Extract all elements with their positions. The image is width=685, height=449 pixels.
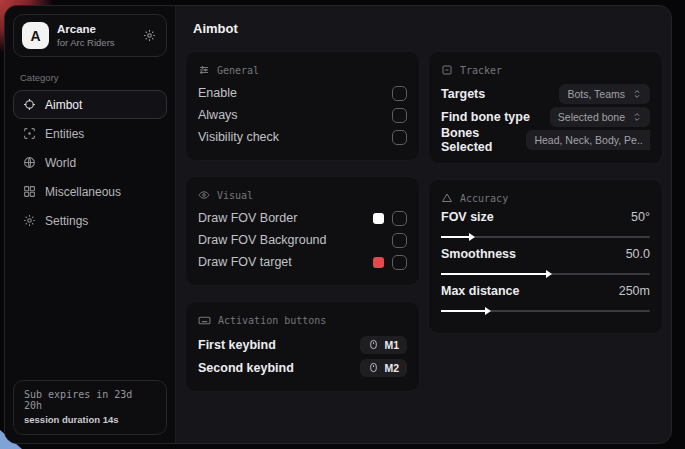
setting-label: Visibility check (198, 130, 279, 144)
brand-subtitle: for Arc Riders (57, 37, 115, 49)
page-title: Aimbot (193, 21, 663, 36)
panel-visual: Visual Draw FOV Border Draw FOV Backgrou… (185, 176, 420, 286)
setting-label: Always (198, 108, 238, 122)
slider-label: FOV size (441, 210, 494, 224)
bones-selected-select[interactable]: Head, Neck, Body, Pe.. (526, 130, 650, 150)
setting-label: Targets (441, 87, 485, 101)
first-keybind-button[interactable]: M1 (360, 336, 407, 354)
setting-row-second-keybind: Second keybind M2 (198, 356, 407, 379)
max-distance-slider[interactable] (441, 310, 650, 312)
second-keybind-button[interactable]: M2 (360, 359, 407, 377)
slider-group-smoothness: Smoothness 50.0 (441, 247, 650, 275)
brand-title: Arcane (57, 22, 115, 36)
sidebar-item-aimbot[interactable]: Aimbot (13, 90, 167, 119)
sidebar-item-label: Entities (45, 127, 84, 141)
mouse-icon (368, 339, 379, 350)
mouse-icon (368, 362, 379, 373)
sidebar-item-settings[interactable]: Settings (13, 206, 167, 235)
setting-label: Draw FOV Background (198, 233, 327, 247)
setting-label: Draw FOV target (198, 255, 292, 269)
setting-row-bones-selected: Bones Selected Head, Neck, Body, Pe.. (441, 128, 650, 151)
brand-logo: A (22, 22, 49, 49)
keyboard-icon (198, 314, 211, 327)
gear-icon (143, 29, 156, 42)
brand-card: A Arcane for Arc Riders (13, 14, 167, 57)
sub-expiry-text: Sub expires in 23d 20h (24, 389, 156, 411)
eye-icon (198, 189, 210, 201)
slider-fill (441, 273, 546, 275)
triangle-icon (441, 192, 453, 204)
sidebar-item-label: Aimbot (45, 98, 82, 112)
color-swatch-white[interactable] (373, 213, 384, 224)
draw-fov-target-checkbox[interactable] (392, 255, 407, 270)
smoothness-slider[interactable] (441, 273, 650, 275)
color-swatch-red[interactable] (373, 257, 384, 268)
sidebar-item-miscellaneous[interactable]: Miscellaneous (13, 177, 167, 206)
slider-fill (441, 236, 469, 238)
scan-icon (23, 127, 36, 140)
setting-label: Bones Selected (441, 126, 522, 154)
setting-label: Enable (198, 86, 237, 100)
sidebar-item-label: World (45, 156, 76, 170)
panel-general-header: General (198, 64, 407, 76)
panel-activation-header: Activation buttons (198, 314, 407, 327)
session-duration-text: session duration 14s (24, 414, 156, 425)
setting-row-targets: Targets Bots, Teams (441, 82, 650, 105)
panel-tracker-header: Tracker (441, 64, 650, 76)
setting-label: Draw FOV Border (198, 211, 297, 225)
slider-value: 50° (631, 210, 650, 224)
panel-accuracy-header: Accuracy (441, 192, 650, 204)
slider-value: 250m (619, 284, 650, 298)
crosshair-icon (23, 98, 36, 111)
slider-fill (441, 310, 485, 312)
draw-fov-background-checkbox[interactable] (392, 233, 407, 248)
globe-icon (23, 156, 36, 169)
always-checkbox[interactable] (392, 108, 407, 123)
main-content: Aimbot General Enable (176, 6, 671, 443)
subscription-card: Sub expires in 23d 20h session duration … (13, 380, 167, 435)
slider-group-fov-size: FOV size 50° (441, 210, 650, 238)
sidebar-item-label: Settings (45, 214, 88, 228)
panel-activation-buttons: Activation buttons First keybind M1 (185, 301, 420, 392)
app-window: A Arcane for Arc Riders Category Aimbot … (4, 5, 672, 444)
slider-label: Smoothness (441, 247, 516, 261)
setting-row-visibility-check: Visibility check (198, 126, 407, 148)
setting-label: Find bone type (441, 110, 530, 124)
setting-row-first-keybind: First keybind M1 (198, 333, 407, 356)
setting-row-always: Always (198, 104, 407, 126)
panel-general: General Enable Always Visibility check (185, 51, 420, 161)
slider-group-max-distance: Max distance 250m (441, 284, 650, 312)
settings-gear-button[interactable] (141, 27, 158, 44)
gear-icon (23, 214, 36, 227)
chevrons-up-down-icon (632, 89, 642, 99)
visibility-check-checkbox[interactable] (392, 130, 407, 145)
setting-row-draw-fov-background: Draw FOV Background (198, 229, 407, 251)
panel-tracker: Tracker Targets Bots, Teams (428, 51, 663, 164)
setting-row-draw-fov-target: Draw FOV target (198, 251, 407, 273)
fov-size-slider[interactable] (441, 236, 650, 238)
slider-value: 50.0 (626, 247, 650, 261)
targets-select[interactable]: Bots, Teams (559, 84, 650, 104)
sliders-icon (198, 64, 210, 76)
grid-icon (23, 185, 36, 198)
setting-label: Second keybind (198, 361, 294, 375)
setting-row-draw-fov-border: Draw FOV Border (198, 207, 407, 229)
sidebar-item-label: Miscellaneous (45, 185, 121, 199)
setting-label: First keybind (198, 338, 276, 352)
find-bone-type-select[interactable]: Selected bone (550, 107, 650, 127)
enable-checkbox[interactable] (392, 86, 407, 101)
draw-fov-border-checkbox[interactable] (392, 211, 407, 226)
category-label: Category (20, 72, 160, 83)
sidebar-item-world[interactable]: World (13, 148, 167, 177)
setting-row-enable: Enable (198, 82, 407, 104)
chevrons-up-down-icon (632, 112, 642, 122)
sidebar: A Arcane for Arc Riders Category Aimbot … (5, 6, 176, 443)
panel-visual-header: Visual (198, 189, 407, 201)
slider-label: Max distance (441, 284, 520, 298)
sidebar-item-entities[interactable]: Entities (13, 119, 167, 148)
frame-minus-icon (441, 64, 453, 76)
panel-accuracy: Accuracy FOV size 50° Smoothness (428, 179, 663, 334)
